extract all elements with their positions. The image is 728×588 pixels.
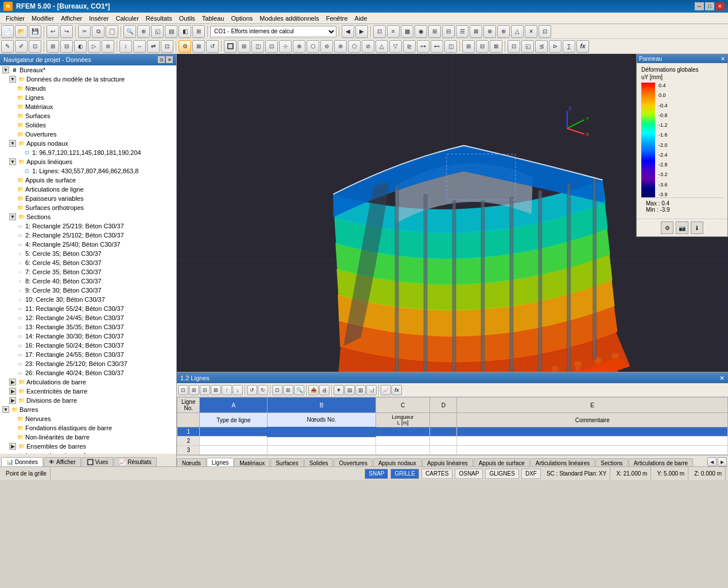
- tree-epaisseurs[interactable]: 📁 Épaisseurs variables: [0, 194, 176, 203]
- tree-s26[interactable]: ▭26: Rectangle 40/24; Béton C30/37: [0, 368, 176, 377]
- tb-r3[interactable]: ▦: [401, 25, 413, 38]
- tb-zoom[interactable]: ⊕: [137, 25, 150, 38]
- cp-export-btn[interactable]: 📷: [676, 221, 688, 234]
- tab-surfaces[interactable]: Surfaces: [270, 458, 303, 466]
- tree-s8[interactable]: ○8: Cercle 40; Béton C30/37: [0, 277, 176, 286]
- tb2-b37[interactable]: ◱: [521, 40, 534, 53]
- tab-sections[interactable]: Sections: [595, 458, 628, 466]
- tab-scroll-right[interactable]: ▶: [718, 457, 727, 466]
- tb2-b23[interactable]: ⊜: [320, 40, 333, 53]
- tab-ouvertures[interactable]: Ouvertures: [334, 458, 372, 466]
- tt-b2[interactable]: ⊞: [189, 385, 199, 395]
- status-grille[interactable]: GRILLE: [390, 469, 419, 479]
- tree-s16[interactable]: ▭16: Rectangle 50/24; Béton C30/37: [0, 341, 176, 350]
- tb-cut[interactable]: ✂: [78, 25, 91, 38]
- menu-fichier[interactable]: Fichier: [2, 14, 28, 23]
- expand-root[interactable]: ▼: [2, 67, 9, 73]
- tb-nav-fwd[interactable]: ▶: [355, 25, 368, 38]
- tree-s17[interactable]: ▭17: Rectangle 24/55; Béton C30/37: [0, 350, 176, 359]
- tree-noeuds[interactable]: 📁 Nœuds: [0, 84, 176, 93]
- table-row-2[interactable]: 2: [177, 437, 728, 446]
- tb2-b26[interactable]: ⊘: [362, 40, 374, 53]
- expand-an[interactable]: ▼: [9, 140, 16, 147]
- tree-root[interactable]: ▼ 🖥 Bureaux*: [0, 65, 176, 75]
- tb2-b31[interactable]: ⊷: [431, 40, 443, 53]
- expand-al[interactable]: ▼: [9, 158, 16, 165]
- tab-lignes[interactable]: Lignes: [207, 458, 234, 466]
- tt-b6[interactable]: ↓: [233, 385, 243, 395]
- cp-settings-btn[interactable]: ⚙: [661, 221, 673, 234]
- tt-excel[interactable]: 📊: [366, 385, 377, 395]
- tt-b7[interactable]: ↺: [247, 385, 257, 395]
- viewport[interactable]: Y X Z: [177, 54, 728, 466]
- tab-appuis-surface[interactable]: Appuis de surface: [474, 458, 530, 466]
- tree-s10[interactable]: ○10: Cercle 30; Béton C30/37: [0, 295, 176, 304]
- tree-an-1[interactable]: ⊡ 1: 96,97,120,121,145,180,181,190,204: [0, 148, 176, 157]
- bottom-panel-close-btn[interactable]: ✕: [719, 375, 725, 382]
- status-dxf[interactable]: DXF: [521, 469, 541, 479]
- tb-r2[interactable]: ≡: [387, 25, 400, 38]
- tb-r7[interactable]: ☰: [456, 25, 468, 38]
- tree-s4[interactable]: ▭4: Rectangle 25/40; Béton C30/37: [0, 240, 176, 249]
- menu-fenetre[interactable]: Fenêtre: [323, 14, 351, 23]
- tab-articulations-barre[interactable]: Articulations de barre: [629, 458, 694, 466]
- cp-info-btn[interactable]: ℹ: [691, 221, 703, 234]
- tab-articulations-lin[interactable]: Articulations linéaires: [530, 458, 595, 466]
- tree-fondations[interactable]: 📁 Fondations élastiques de barre: [0, 423, 176, 433]
- panel-tab-resultats[interactable]: 📈 Résultats: [114, 457, 157, 466]
- tree-s12[interactable]: ▭12: Rectangle 24/45; Béton C30/37: [0, 313, 176, 322]
- tb-open[interactable]: 📂: [15, 25, 28, 38]
- tree-ensembles[interactable]: ▶ 📁 Ensembles de barres: [0, 442, 176, 451]
- tb2-b38[interactable]: ⊴: [535, 40, 548, 53]
- menu-afficher[interactable]: Afficher: [57, 14, 86, 23]
- tt-b9[interactable]: ⊡: [272, 385, 282, 395]
- tb-r8[interactable]: ⊠: [470, 25, 482, 38]
- tt-rows[interactable]: ▥: [355, 385, 366, 395]
- tb2-b3[interactable]: ⊡: [29, 40, 41, 53]
- panel-tab-vues[interactable]: 🔲 Vues: [82, 457, 113, 466]
- tree-lignes[interactable]: 📁 Lignes: [0, 93, 176, 102]
- tb2-b19[interactable]: ⊡: [265, 40, 278, 53]
- status-cartes[interactable]: CARTES: [421, 469, 452, 479]
- tb-r12[interactable]: ✕: [525, 25, 537, 38]
- panel-float-btn[interactable]: ⊡: [158, 56, 165, 63]
- tree-s5[interactable]: ○5: Cercle 35; Béton C30/37: [0, 249, 176, 258]
- tt-graph[interactable]: 📈: [381, 385, 391, 395]
- table-row-3[interactable]: 3: [177, 446, 728, 455]
- tree-donnees[interactable]: ▼ 📁 Données du modèle de la structure: [0, 75, 176, 84]
- expand-bar[interactable]: ▼: [2, 406, 9, 413]
- status-snap[interactable]: SNAP: [365, 469, 388, 479]
- tree-s14[interactable]: ▭14: Rectangle 30/30; Béton C30/37: [0, 332, 176, 341]
- tree-nervures[interactable]: 📁 Nervures: [0, 414, 176, 423]
- tb2-b27[interactable]: △: [375, 40, 388, 53]
- expand-ab[interactable]: ▶: [9, 379, 16, 385]
- menu-inserer[interactable]: Insérer: [86, 14, 112, 23]
- tab-noeuds[interactable]: Nœuds: [177, 458, 206, 466]
- tb2-b16[interactable]: 🔲: [224, 40, 237, 53]
- tb-r4[interactable]: ◉: [415, 25, 427, 38]
- tree-s1[interactable]: ▭1: Rectangle 25/219; Béton C30/37: [0, 221, 176, 231]
- tb2-b11[interactable]: ⇄: [147, 40, 160, 53]
- tree-container[interactable]: ▼ 🖥 Bureaux* ▼ 📁 Données du modèle de la…: [0, 65, 176, 454]
- tt-b10[interactable]: ⊞: [283, 385, 293, 395]
- tt-export[interactable]: 📤: [308, 385, 319, 395]
- tt-b8[interactable]: ↻: [258, 385, 268, 395]
- tb2-b32[interactable]: ◫: [444, 40, 457, 53]
- tb2-b15[interactable]: ↺: [206, 40, 219, 53]
- tb2-b28[interactable]: ▽: [389, 40, 402, 53]
- tb-r11[interactable]: △: [511, 25, 524, 38]
- expand-div[interactable]: ▶: [9, 397, 16, 404]
- menu-calculer[interactable]: Calculer: [112, 14, 142, 23]
- tb-r13[interactable]: ⊡: [539, 25, 551, 38]
- co-combo[interactable]: CO1 - Efforts internes de calcul: [210, 26, 336, 37]
- tree-appuis-lineiques[interactable]: ▼ 📁 Appuis linéiques: [0, 157, 176, 166]
- tree-surfaces[interactable]: 📁 Surfaces: [0, 111, 176, 120]
- tb-redo[interactable]: ↪: [60, 25, 73, 38]
- tb-b2[interactable]: ▤: [165, 25, 177, 38]
- expand-sec[interactable]: ▼: [9, 213, 16, 220]
- tb-r10[interactable]: ⊕: [497, 25, 510, 38]
- tree-ouvertures[interactable]: 📁 Ouvertures: [0, 130, 176, 139]
- tree-articulations[interactable]: 📁 Articulations de ligne: [0, 185, 176, 194]
- tt-b5[interactable]: ↑: [222, 385, 232, 395]
- tree-surfaces-orth[interactable]: 📁 Surfaces orthotropes: [0, 203, 176, 212]
